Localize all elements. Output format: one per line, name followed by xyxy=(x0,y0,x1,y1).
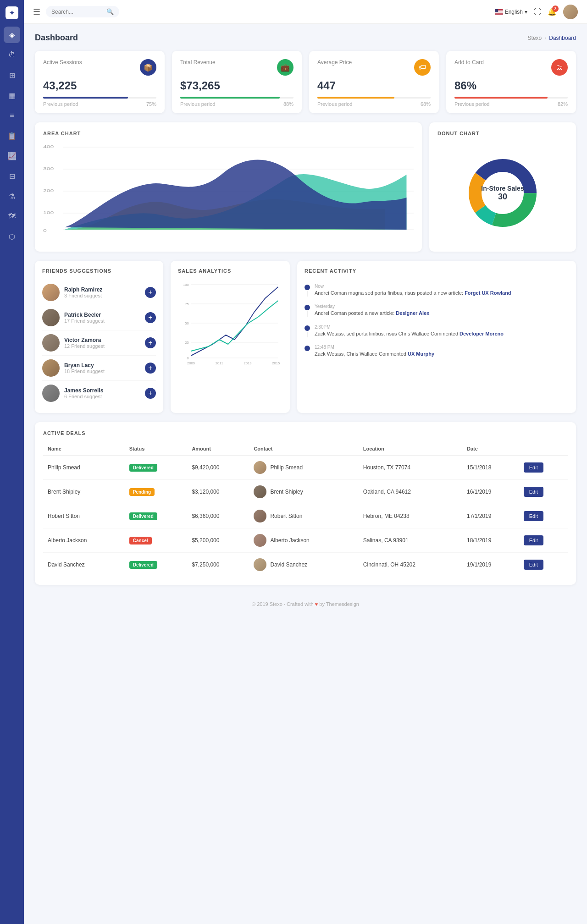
friend-info: Bryan Lacy 18 Friend suggest xyxy=(64,362,140,374)
friend-add-button[interactable]: + xyxy=(145,312,156,323)
col-header-3: Contact xyxy=(249,442,358,456)
stat-footer-label: Previous period xyxy=(317,101,352,107)
activity-link[interactable]: Forget UX Rowland xyxy=(465,290,511,296)
sidebar-logo[interactable]: ✦ xyxy=(6,6,18,19)
svg-text:300: 300 xyxy=(43,166,54,171)
activity-line xyxy=(307,311,308,317)
deal-name: Philip Smead xyxy=(43,456,125,480)
status-badge: Pending xyxy=(129,488,155,496)
page-header: Dashboard Stexo › Dashboard xyxy=(35,33,576,43)
footer-text: © 2019 Stexo · Crafted with xyxy=(252,601,314,607)
stat-value: $73,265 xyxy=(180,79,294,92)
friend-suggest: 18 Friend suggest xyxy=(64,368,140,374)
deal-date: 18/1/2019 xyxy=(462,528,519,553)
language-selector[interactable]: English ▾ xyxy=(495,9,527,15)
friend-add-button[interactable]: + xyxy=(145,363,156,374)
menu-icon[interactable]: ☰ xyxy=(33,7,40,17)
sidebar-item-table[interactable]: ⊟ xyxy=(4,168,20,184)
deal-location: Oakland, CA 94612 xyxy=(359,480,462,504)
friend-name: Victor Zamora xyxy=(64,337,140,343)
language-label: English xyxy=(505,9,523,15)
friend-add-button[interactable]: + xyxy=(145,287,156,298)
sidebar-item-doc[interactable]: 📋 xyxy=(4,127,20,144)
svg-text:200: 200 xyxy=(43,188,54,193)
friends-list: Ralph Ramirez 3 Friend suggest + Patrick… xyxy=(42,280,156,406)
svg-text:100: 100 xyxy=(43,210,54,215)
activity-dot xyxy=(305,285,310,290)
sidebar-item-chart[interactable]: ▦ xyxy=(4,87,20,104)
activity-item-1: Yesterday Andrei Coman posted a new arti… xyxy=(305,300,569,320)
sidebar-item-grid[interactable]: ⊞ xyxy=(4,67,20,83)
friend-name: Bryan Lacy xyxy=(64,362,140,368)
stat-card-header: Add to Card 🗂 xyxy=(454,59,568,76)
activity-dot-wrapper xyxy=(305,304,310,317)
deal-status: Delivered xyxy=(125,456,188,480)
contact-avatar xyxy=(254,558,266,571)
friend-name: Ralph Ramirez xyxy=(64,286,140,293)
activity-dot xyxy=(305,325,310,331)
sidebar-item-compass[interactable]: ◈ xyxy=(4,27,20,43)
sidebar-item-clock[interactable]: ⏱ xyxy=(4,47,20,63)
search-input[interactable] xyxy=(51,9,104,15)
friend-item-0: Ralph Ramirez 3 Friend suggest + xyxy=(42,280,156,305)
stat-label: Add to Card xyxy=(454,59,484,66)
col-header-4: Location xyxy=(359,442,462,456)
friend-suggest: 6 Friend suggest xyxy=(64,394,140,399)
sidebar-item-map[interactable]: 🗺 xyxy=(4,208,20,225)
sidebar-item-bottle[interactable]: ⚗ xyxy=(4,188,20,204)
svg-text:2016: 2016 xyxy=(224,233,239,234)
deal-date: 16/1/2019 xyxy=(462,480,519,504)
activity-link[interactable]: UX Murphy xyxy=(408,351,434,357)
friend-add-button[interactable]: + xyxy=(145,388,156,399)
edit-button[interactable]: Edit xyxy=(524,511,543,521)
sidebar-item-share[interactable]: ⬡ xyxy=(4,228,20,245)
activity-line xyxy=(307,291,308,297)
edit-button[interactable]: Edit xyxy=(524,487,543,497)
table-row: Alberto Jackson Cancel $5,200,000 Albert… xyxy=(43,528,568,553)
svg-text:25: 25 xyxy=(185,341,189,345)
stat-footer: Previous period 68% xyxy=(317,101,431,107)
deals-title: ACTIVE DEALS xyxy=(43,430,568,436)
compass-icon: ◈ xyxy=(9,31,15,39)
deal-name: David Sanchez xyxy=(43,553,125,577)
status-badge: Delivered xyxy=(129,512,157,520)
svg-text:2015: 2015 xyxy=(272,361,280,365)
friend-item-4: James Sorrells 6 Friend suggest + xyxy=(42,381,156,406)
activity-link[interactable]: Developer Moreno xyxy=(460,331,504,336)
friend-suggest: 3 Friend suggest xyxy=(64,293,140,298)
activity-link[interactable]: Designer Alex xyxy=(396,310,429,316)
fullscreen-icon[interactable]: ⛶ xyxy=(534,8,541,16)
user-avatar[interactable] xyxy=(563,5,578,19)
friend-info: Victor Zamora 12 Friend suggest xyxy=(64,337,140,349)
deals-table-head: NameStatusAmountContactLocationDate xyxy=(43,442,568,456)
donut-chart-title: DONUT CHART xyxy=(437,131,568,136)
notification-button[interactable]: 🔔 3 xyxy=(548,7,557,16)
deal-location: Houston, TX 77074 xyxy=(359,456,462,480)
stat-footer-label: Previous period xyxy=(43,101,78,107)
sidebar-item-list[interactable]: ≡ xyxy=(4,107,20,124)
area-chart-icon: 📈 xyxy=(7,152,17,160)
activity-time: 12:48 PM xyxy=(315,345,569,350)
edit-button[interactable]: Edit xyxy=(524,535,543,545)
stat-footer-value: 68% xyxy=(421,101,431,107)
sidebar: ✦ ◈ ⏱ ⊞ ▦ ≡ 📋 📈 ⊟ ⚗ 🗺 xyxy=(0,0,24,924)
edit-button[interactable]: Edit xyxy=(524,462,543,473)
avatar-image xyxy=(563,5,578,19)
sales-card: SALES ANALYTICS 100 75 50 xyxy=(171,261,290,413)
deal-name: Brent Shipley xyxy=(43,480,125,504)
col-header-1: Status xyxy=(125,442,188,456)
status-badge: Delivered xyxy=(129,464,157,472)
activity-text: Andrei Coman magna sed porta finibus, ri… xyxy=(315,290,569,297)
deals-table: NameStatusAmountContactLocationDate Phil… xyxy=(43,442,568,577)
sidebar-item-area[interactable]: 📈 xyxy=(4,148,20,164)
svg-text:2019: 2019 xyxy=(392,233,406,234)
stat-footer-value: 75% xyxy=(146,101,156,107)
activity-content: 12:48 PM Zack Wetass, Chris Wallace Comm… xyxy=(315,345,569,358)
svg-rect-5 xyxy=(495,9,498,12)
deal-action: Edit xyxy=(519,456,568,480)
sales-chart: 100 75 50 25 0 2009 2011 20 xyxy=(178,280,282,367)
friend-add-button[interactable]: + xyxy=(145,337,156,348)
search-box[interactable]: 🔍 xyxy=(46,6,119,17)
deal-contact: Brent Shipley xyxy=(249,480,358,504)
edit-button[interactable]: Edit xyxy=(524,560,543,570)
